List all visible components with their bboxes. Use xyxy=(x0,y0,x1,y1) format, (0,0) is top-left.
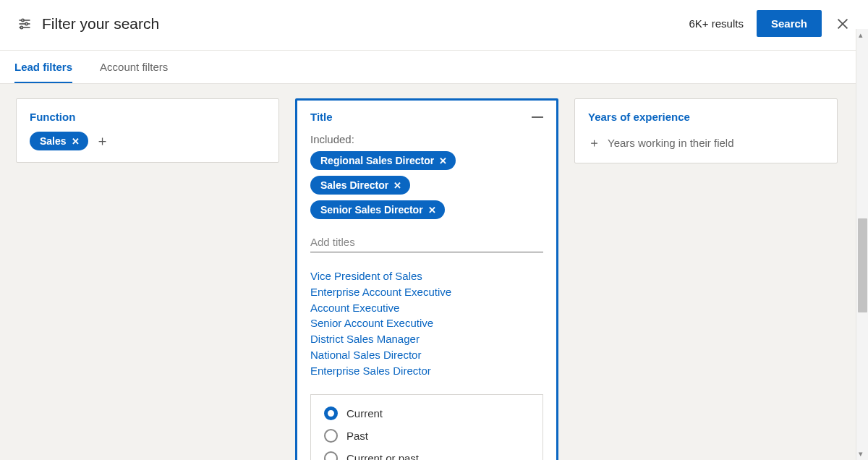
radio-past[interactable]: Past xyxy=(324,429,529,443)
page-title: Filter your search xyxy=(42,15,159,33)
chip-label: Sales xyxy=(40,135,67,147)
scroll-down-icon[interactable]: ▾ xyxy=(859,449,863,459)
function-title: Function xyxy=(30,111,265,123)
suggestion-list[interactable]: Vice President of Sales Enterprise Accou… xyxy=(310,268,543,381)
title-card-header: Title xyxy=(310,111,543,123)
function-chip-row: Sales ✕ ＋ xyxy=(30,132,265,150)
radio-current[interactable]: Current xyxy=(324,406,529,420)
results-count: 6K+ results xyxy=(689,17,743,30)
yoe-card: Years of experience ＋ Years working in t… xyxy=(574,98,838,163)
radio-label: Current xyxy=(346,407,383,419)
suggestion-item[interactable]: Regional Sales Manager xyxy=(310,378,543,381)
svg-point-3 xyxy=(25,22,27,25)
included-label: Included: xyxy=(310,133,543,145)
function-card: Function Sales ✕ ＋ xyxy=(16,98,279,163)
svg-point-5 xyxy=(20,26,22,28)
suggestion-item[interactable]: District Sales Manager xyxy=(310,331,543,347)
radio-label: Past xyxy=(346,430,368,442)
close-icon[interactable] xyxy=(835,16,851,32)
tab-lead-filters[interactable]: Lead filters xyxy=(14,51,72,83)
chip-remove-icon[interactable]: ✕ xyxy=(72,136,80,147)
radio-icon xyxy=(324,429,338,443)
header-right: 6K+ results Search xyxy=(689,10,851,37)
suggestion-item[interactable]: Enterprise Account Executive xyxy=(310,284,543,300)
tabs: Lead filters Account filters xyxy=(0,51,868,84)
chip-remove-icon[interactable]: ✕ xyxy=(393,180,401,191)
chip-label: Regional Sales Director xyxy=(320,155,434,166)
radio-icon xyxy=(324,451,338,460)
title-chip[interactable]: Sales Director ✕ xyxy=(310,176,410,195)
page-scrollbar[interactable]: ▴ ▾ xyxy=(856,29,868,460)
title-title: Title xyxy=(310,111,333,123)
radio-label: Current or past xyxy=(346,452,419,460)
suggestion-item[interactable]: Senior Account Executive xyxy=(310,315,543,331)
title-chip[interactable]: Regional Sales Director ✕ xyxy=(310,151,456,170)
radio-current-or-past[interactable]: Current or past xyxy=(324,451,529,460)
chip-remove-icon[interactable]: ✕ xyxy=(439,156,447,166)
plus-icon: ＋ xyxy=(588,135,600,151)
yoe-add-label: Years working in their field xyxy=(608,137,734,149)
yoe-add[interactable]: ＋ Years working in their field xyxy=(588,135,824,151)
add-function-button[interactable]: ＋ xyxy=(95,132,109,150)
tab-account-filters[interactable]: Account filters xyxy=(100,51,168,83)
chip-label: Sales Director xyxy=(320,179,388,191)
chip-label: Senior Sales Director xyxy=(320,204,423,216)
content: Function Sales ✕ ＋ Title Included: Regio… xyxy=(0,84,868,460)
title-card: Title Included: Regional Sales Director … xyxy=(295,98,558,460)
header-left: Filter your search xyxy=(17,15,159,33)
title-chips: Regional Sales Director ✕ Sales Director… xyxy=(310,145,543,219)
suggestion-item[interactable]: Account Executive xyxy=(310,300,543,316)
collapse-icon[interactable] xyxy=(532,116,543,118)
svg-point-1 xyxy=(22,19,24,21)
radio-group: Current Past Current or past xyxy=(310,394,543,460)
suggestion-wrap: Vice President of Sales Enterprise Accou… xyxy=(310,268,543,381)
suggestion-item[interactable]: Enterprise Sales Director xyxy=(310,363,543,379)
chip-remove-icon[interactable]: ✕ xyxy=(428,205,436,216)
suggestion-item[interactable]: Vice President of Sales xyxy=(310,268,543,284)
search-button[interactable]: Search xyxy=(757,10,822,37)
suggestion-item[interactable]: National Sales Director xyxy=(310,347,543,363)
title-chip[interactable]: Senior Sales Director ✕ xyxy=(310,200,445,219)
filter-icon xyxy=(17,17,32,31)
yoe-title: Years of experience xyxy=(588,111,824,123)
scroll-up-icon[interactable]: ▴ xyxy=(859,30,863,40)
function-chip-sales[interactable]: Sales ✕ xyxy=(30,132,88,150)
title-input[interactable] xyxy=(310,232,543,252)
scroll-thumb[interactable] xyxy=(858,218,867,312)
header: Filter your search 6K+ results Search xyxy=(0,0,868,51)
radio-icon-selected xyxy=(324,406,338,420)
